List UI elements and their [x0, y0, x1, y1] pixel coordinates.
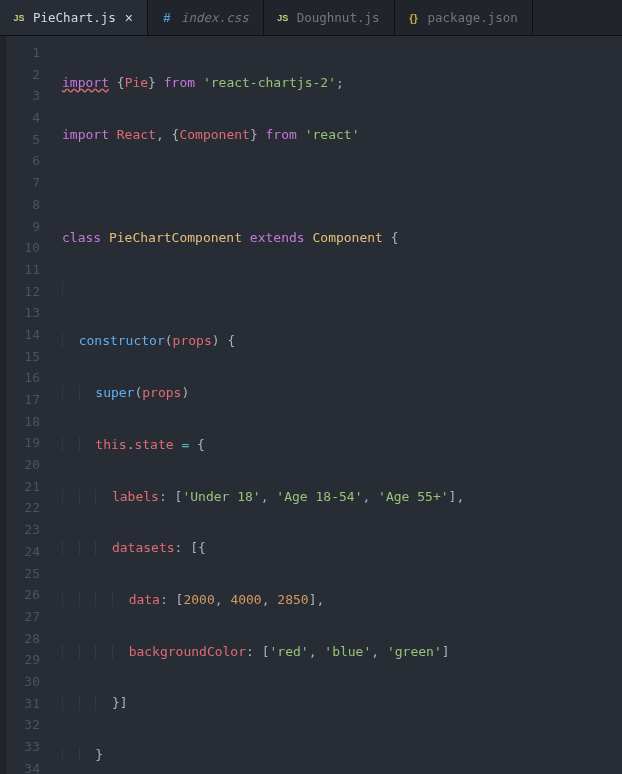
js-icon: JS [276, 11, 290, 25]
line-number: 12 [6, 281, 62, 303]
line-number: 17 [6, 389, 62, 411]
line-number: 4 [6, 107, 62, 129]
line-number: 2 [6, 64, 62, 86]
line-number: 34 [6, 758, 62, 774]
line-number: 28 [6, 628, 62, 650]
line-number: 16 [6, 367, 62, 389]
line-number: 14 [6, 324, 62, 346]
line-number-gutter: 1234567891011121314151617181920212223242… [6, 36, 62, 774]
code-line: super(props) [62, 382, 622, 404]
line-number: 20 [6, 454, 62, 476]
line-number: 3 [6, 85, 62, 107]
code-line: import React, {Component} from 'react' [62, 124, 622, 146]
code-line: class PieChartComponent extends Componen… [62, 227, 622, 249]
line-number: 10 [6, 237, 62, 259]
tab-label: PieChart.js [33, 10, 116, 25]
code-line [62, 279, 622, 301]
code-line: datasets: [{ [62, 537, 622, 559]
js-icon: JS [12, 11, 26, 25]
tab-bar: JS PieChart.js × # index.css JS Doughnut… [0, 0, 622, 36]
line-number: 25 [6, 563, 62, 585]
line-number: 26 [6, 584, 62, 606]
tab-label: package.json [428, 10, 518, 25]
code-line: import {Pie} from 'react-chartjs-2'; [62, 72, 622, 94]
line-number: 23 [6, 519, 62, 541]
line-number: 9 [6, 216, 62, 238]
line-number: 21 [6, 476, 62, 498]
line-number: 8 [6, 194, 62, 216]
line-number: 6 [6, 150, 62, 172]
code-line: } [62, 744, 622, 766]
line-number: 33 [6, 736, 62, 758]
tab-packagejson[interactable]: {} package.json [395, 0, 533, 35]
tab-piechart[interactable]: JS PieChart.js × [0, 0, 148, 35]
code-line: backgroundColor: ['red', 'blue', 'green'… [62, 641, 622, 663]
line-number: 15 [6, 346, 62, 368]
line-number: 30 [6, 671, 62, 693]
line-number: 29 [6, 649, 62, 671]
tab-label: index.css [181, 10, 249, 25]
line-number: 19 [6, 432, 62, 454]
json-icon: {} [407, 11, 421, 25]
close-icon[interactable]: × [125, 11, 133, 25]
line-number: 32 [6, 714, 62, 736]
line-number: 31 [6, 693, 62, 715]
code-line: this.state = { [62, 434, 622, 456]
tab-doughnut[interactable]: JS Doughnut.js [264, 0, 395, 35]
code-line: }] [62, 692, 622, 714]
tab-label: Doughnut.js [297, 10, 380, 25]
line-number: 22 [6, 497, 62, 519]
code-line: constructor(props) { [62, 330, 622, 352]
code-line: data: [2000, 4000, 2850], [62, 589, 622, 611]
line-number: 24 [6, 541, 62, 563]
line-number: 5 [6, 129, 62, 151]
code-line [62, 175, 622, 197]
css-icon: # [160, 11, 174, 25]
line-number: 11 [6, 259, 62, 281]
line-number: 7 [6, 172, 62, 194]
code-line: labels: ['Under 18', 'Age 18-54', 'Age 5… [62, 486, 622, 508]
editor[interactable]: 1234567891011121314151617181920212223242… [0, 36, 622, 774]
tab-indexcss[interactable]: # index.css [148, 0, 264, 35]
line-number: 13 [6, 302, 62, 324]
line-number: 27 [6, 606, 62, 628]
line-number: 18 [6, 411, 62, 433]
code-area[interactable]: import {Pie} from 'react-chartjs-2'; imp… [62, 36, 622, 774]
line-number: 1 [6, 42, 62, 64]
